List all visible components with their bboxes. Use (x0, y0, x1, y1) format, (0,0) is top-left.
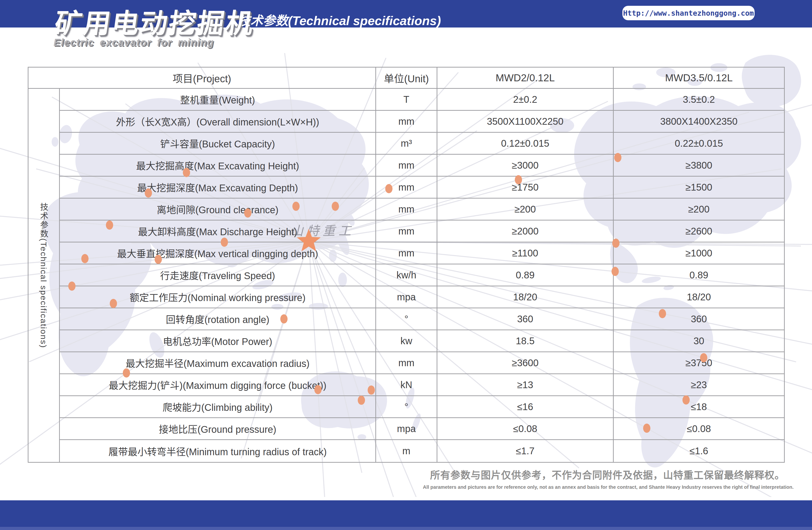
spec-unit: ° (376, 396, 437, 418)
value-mwd2: ≥13 (437, 374, 614, 396)
spec-name: 外形（长X宽X高）(Overall dimension(L×W×H)) (60, 111, 376, 133)
value-mwd3_5: ≥1500 (614, 176, 784, 199)
value-mwd3_5: ≤0.08 (614, 418, 784, 440)
footer-bar (0, 500, 812, 530)
spec-unit: mm (376, 242, 437, 264)
value-mwd2: ≥2000 (437, 220, 614, 242)
value-mwd3_5: 3800X1400X2350 (614, 111, 784, 133)
value-mwd3_5: 360 (614, 308, 784, 330)
value-mwd2: ≤0.08 (437, 418, 614, 440)
spec-unit: mm (376, 352, 437, 374)
website-link[interactable]: Http://www.shantezhonggong.com (622, 6, 755, 20)
spec-table: 项目(Project) 单位(Unit) MWD2/0.12L MWD3.5/0… (28, 67, 785, 463)
spec-unit: kN (376, 374, 437, 396)
column-header-model-mwd2: MWD2/0.12L (437, 68, 614, 89)
spec-name: 最大卸料高度(Max Discharge Height) (60, 220, 376, 242)
spec-unit: mpa (376, 418, 437, 440)
spec-name: 额定工作压力(Nominal working pressure) (60, 286, 376, 308)
value-mwd2: ≥1100 (437, 242, 614, 264)
spec-name: 离地间隙(Ground clearance) (60, 199, 376, 220)
value-mwd3_5: 18/20 (614, 286, 784, 308)
value-mwd3_5: ≤1.6 (614, 440, 784, 462)
spec-unit: mm (376, 220, 437, 242)
spec-name: 履带最小转弯半径(Minimum turning radius of track… (60, 440, 376, 462)
value-mwd2: 3500X1100X2250 (437, 111, 614, 133)
spec-name: 最大挖掘高度(Max Excavating Height) (60, 155, 376, 176)
spec-unit: mm (376, 155, 437, 176)
spec-name: 整机重量(Weight) (60, 89, 376, 111)
value-mwd3_5: ≥23 (614, 374, 784, 396)
value-mwd3_5: ≥3800 (614, 155, 784, 176)
column-header-model-mwd3_5: MWD3.5/0.12L (614, 68, 784, 89)
website-url: Http://www.shantezhonggong.com (623, 9, 754, 17)
value-mwd3_5: ≥1000 (614, 242, 784, 264)
value-mwd2: ≥3600 (437, 352, 614, 374)
spec-name: 行走速度(Traveling Speed) (60, 264, 376, 286)
value-mwd2: ≥3000 (437, 155, 614, 176)
spec-name: 最大挖掘深度(Max Excavating Depth) (60, 176, 376, 199)
spec-unit: m (376, 440, 437, 462)
spec-name: 最大垂直挖掘深度(Max vertical dingging depth) (60, 242, 376, 264)
spec-name: 最大挖掘半径(Maximum excavation radius) (60, 352, 376, 374)
value-mwd3_5: 3.5±0.2 (614, 89, 784, 111)
spec-unit: kw (376, 330, 437, 352)
spec-unit: mm (376, 176, 437, 199)
column-header-unit: 单位(Unit) (376, 68, 437, 89)
spec-name: 爬坡能力(Climbing ability) (60, 396, 376, 418)
value-mwd2: 360 (437, 308, 614, 330)
footer-accent-strip (0, 527, 812, 530)
spec-unit: m³ (376, 133, 437, 155)
value-mwd3_5: ≤18 (614, 396, 784, 418)
value-mwd3_5: ≥200 (614, 199, 784, 220)
spec-unit: mm (376, 199, 437, 220)
spec-unit: ° (376, 308, 437, 330)
spec-name: 回转角度(rotation angle) (60, 308, 376, 330)
spec-unit: kw/h (376, 264, 437, 286)
column-header-project: 项目(Project) (28, 68, 376, 89)
page-title: 技术参数(Technical specifications) (238, 11, 441, 29)
spec-name: 最大挖掘力(铲斗)(Maximum digging force (bucket)… (60, 374, 376, 396)
value-mwd2: 0.12±0.015 (437, 133, 614, 155)
spec-unit: mpa (376, 286, 437, 308)
logo-english: Electric excavator for mining (54, 37, 214, 48)
value-mwd3_5: 0.22±0.015 (614, 133, 784, 155)
value-mwd3_5: 30 (614, 330, 784, 352)
value-mwd3_5: 0.89 (614, 264, 784, 286)
value-mwd3_5: ≥3750 (614, 352, 784, 374)
value-mwd3_5: ≥2600 (614, 220, 784, 242)
spec-unit: T (376, 89, 437, 111)
value-mwd2: ≥1750 (437, 176, 614, 199)
disclaimer: 所有参数与图片仅供参考，不作为合同附件及依据，山特重工保留最终解释权。 All … (423, 467, 785, 490)
spec-name: 电机总功率(Motor Power) (60, 330, 376, 352)
spec-name: 铲斗容量(Bucket Capacity) (60, 133, 376, 155)
value-mwd2: ≤16 (437, 396, 614, 418)
value-mwd2: 18.5 (437, 330, 614, 352)
value-mwd2: ≤1.7 (437, 440, 614, 462)
spec-unit: mm (376, 111, 437, 133)
logo-chinese: 矿用电动挖掘机 (53, 1, 257, 41)
disclaimer-english: All parameters and pictures are for refe… (423, 484, 785, 490)
value-mwd2: ≥200 (437, 199, 614, 220)
spec-name: 接地比压(Ground pressure) (60, 418, 376, 440)
value-mwd2: 18/20 (437, 286, 614, 308)
value-mwd2: 2±0.2 (437, 89, 614, 111)
disclaimer-chinese: 所有参数与图片仅供参考，不作为合同附件及依据，山特重工保留最终解释权。 (423, 467, 785, 482)
value-mwd2: 0.89 (437, 264, 614, 286)
side-label-technical-specifications: 技术参数(Technical specifications) (28, 89, 60, 462)
